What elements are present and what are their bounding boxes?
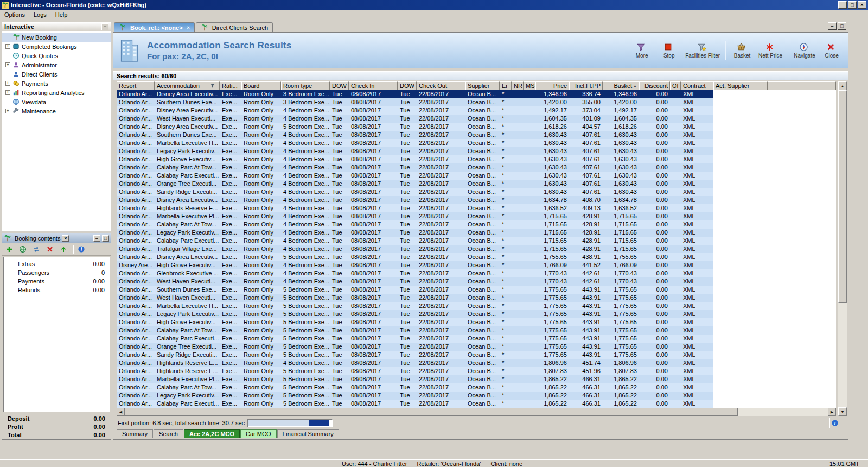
scroll-down-button[interactable]: ▼ [838, 407, 847, 416]
bottom-tab-search[interactable]: Search [154, 429, 183, 438]
column-header-ms[interactable]: MS [524, 81, 535, 90]
table-row[interactable]: Orlando Ar...Calabay Parc Executi...Exe.… [117, 335, 713, 343]
booking-contents-row[interactable]: Refunds0.00 [4, 286, 109, 294]
table-row[interactable]: Orlando Ar...Highlands Reserve E...Exe..… [117, 359, 713, 367]
sidebar-item-quick-quotes[interactable]: +Quick Quotes [2, 51, 111, 60]
bottom-tab-acc-2a-2c-mco[interactable]: Acc 2A,2C MCO [184, 429, 240, 438]
table-row[interactable]: Orlando Ar...Marbella Executive Pl...Exe… [117, 375, 713, 383]
mdi-minimize-button[interactable]: − [828, 22, 837, 30]
table-row[interactable]: Orlando Ar...Orange Tree Executi...Exe..… [117, 180, 713, 188]
swap-button[interactable] [33, 244, 42, 254]
tab-close-icon[interactable]: × [187, 25, 190, 30]
column-header-check-out[interactable]: Check Out [417, 81, 465, 90]
sidebar-item-payments[interactable]: +Payments [2, 79, 111, 88]
table-row[interactable]: Orlando Ar...Calabay Parc At Tow...Exe..… [117, 220, 713, 229]
table-row[interactable]: Orlando Ar...Legacy Park Executiv...Exe.… [117, 229, 713, 237]
stop-button[interactable]: Stop [658, 42, 680, 59]
booking-contents-minimize-button[interactable]: − [93, 235, 100, 242]
scroll-left-button[interactable]: ◀ [117, 408, 125, 416]
close-button[interactable]: × [858, 1, 866, 9]
horizontal-scrollbar[interactable]: ◀ ▶ [117, 408, 836, 416]
booking-contents-row[interactable]: Payments0.00 [4, 277, 109, 286]
sidebar-item-completed-bookings[interactable]: +Completed Bookings [2, 42, 111, 51]
tab-direct-clients-search[interactable]: Direct Clients Search [196, 22, 273, 32]
horizontal-scroll-thumb[interactable] [125, 408, 738, 416]
table-row[interactable]: Orlando Ar...Legacy Park Executiv...Exe.… [117, 310, 713, 318]
expand-icon[interactable]: + [5, 62, 10, 67]
table-row[interactable]: Orlando Ar...Disney Area Executiv...Exe.… [117, 123, 713, 131]
table-row[interactable]: Orlando Ar...Disney Area Executiv...Exe.… [117, 253, 713, 261]
bottom-tab-summary[interactable]: Summary [117, 429, 153, 438]
table-row[interactable]: Orlando Ar...Disney Area Executiv...Exe.… [117, 196, 713, 204]
table-row[interactable]: Orlando Ar...Trafalgar Village Exe...Exe… [117, 245, 713, 253]
column-header-basket[interactable]: Basket▲ [603, 81, 639, 90]
more-button[interactable]: More [631, 42, 653, 59]
column-header-incl-fl-pp[interactable]: Incl.Fl.PP [569, 81, 603, 90]
delete-button[interactable] [46, 244, 56, 254]
booking-contents-close-button[interactable]: × [62, 235, 69, 242]
table-row[interactable]: Orlando Ar...Marbella Executive Pl...Exe… [117, 212, 713, 220]
panel-collapse-button[interactable]: − [101, 23, 108, 30]
table-row[interactable]: Orlando Ar...Calabay Parc Executi...Exe.… [117, 400, 713, 408]
expand-icon[interactable]: + [5, 81, 10, 86]
table-row[interactable]: Orlando Ar...Disney Area Executiv...Exe.… [117, 90, 713, 98]
scroll-right-button[interactable]: ▶ [828, 408, 836, 416]
table-row[interactable]: Orlando Ar...Highlands Reserve E...Exe..… [117, 204, 713, 212]
table-row[interactable]: Orlando Ar...Disney Area Executiv...Exe.… [117, 106, 713, 115]
sidebar-item-direct-clients[interactable]: +Direct Clients [2, 70, 111, 79]
table-row[interactable]: Orlando Ar...High Grove Executiv...Exe..… [117, 155, 713, 163]
table-row[interactable]: Orlando Ar...Sandy Ridge Executi...Exe..… [117, 351, 713, 359]
table-row[interactable]: Orlando Ar...Sandy Ridge Executi...Exe..… [117, 188, 713, 196]
table-row[interactable]: Orlando Ar...Southern Dunes Exe...Exe...… [117, 131, 713, 139]
maximize-button[interactable]: □ [848, 1, 857, 9]
expand-icon[interactable]: + [5, 109, 10, 113]
column-header-of[interactable]: Of [670, 81, 681, 90]
column-header-board[interactable]: Board [241, 81, 281, 90]
menu-help[interactable]: Help [51, 10, 72, 19]
info-button[interactable]: i [78, 244, 87, 254]
column-header-check-in[interactable]: Check In [349, 81, 398, 90]
scroll-up-button[interactable]: ▲ [838, 81, 847, 90]
sidebar-item-viewdata[interactable]: +Viewdata [2, 97, 111, 106]
info-button[interactable]: i [829, 418, 840, 428]
world-button[interactable] [19, 244, 29, 254]
expand-icon[interactable]: + [5, 90, 10, 95]
table-row[interactable]: Orlando Ar...West Haven Executi...Exe...… [117, 115, 713, 123]
column-header-accommodation[interactable]: Accommodation [155, 81, 220, 90]
column-header-room-type[interactable]: Room type [281, 81, 330, 90]
sidebar-item-reporting-and-analytics[interactable]: +Reporting and Analytics [2, 88, 111, 97]
expand-icon[interactable]: + [5, 44, 10, 49]
table-row[interactable]: Orlando Ar...Highlands Reserve E...Exe..… [117, 367, 713, 375]
sidebar-item-administrator[interactable]: +Administrator [2, 60, 111, 70]
booking-contents-row[interactable]: Extras0.00 [4, 260, 109, 268]
table-row[interactable]: Orlando Ar...Glenbrook Executive ...Exe.… [117, 269, 713, 277]
booking-contents-restore-button[interactable]: □ [102, 235, 109, 242]
vertical-scroll-thumb[interactable] [838, 90, 847, 303]
promote-button[interactable] [60, 244, 69, 254]
table-row[interactable]: Orlando Ar...West Haven Executi...Exe...… [117, 277, 713, 286]
basket-button[interactable]: Basket [731, 42, 753, 59]
column-header-er[interactable]: Er [500, 81, 512, 90]
table-row[interactable]: Orlando Ar...Legacy Park Executiv...Exe.… [117, 392, 713, 400]
table-row[interactable]: Orlando Ar...West Haven Executi...Exe...… [117, 294, 713, 302]
column-header-dow[interactable]: DOW [330, 81, 349, 90]
column-header-discount[interactable]: Discount [639, 81, 670, 90]
column-header-dow[interactable]: DOW [398, 81, 417, 90]
add-button[interactable] [5, 244, 15, 254]
navigate-button[interactable]: Navigate [794, 42, 815, 59]
bottom-tab-financial-summary[interactable]: Financial Summary [277, 429, 339, 438]
vertical-scrollbar[interactable]: ▲ ▼ [838, 81, 847, 416]
close-button[interactable]: Close [821, 42, 843, 59]
column-header-resort[interactable]: Resort [117, 81, 155, 90]
mdi-restore-button[interactable]: □ [838, 22, 846, 30]
table-row[interactable]: Orlando Ar...Orange Tree Executi...Exe..… [117, 343, 713, 351]
table-row[interactable]: Orlando Ar...Calabay Parc At Tow...Exe..… [117, 163, 713, 172]
table-row[interactable]: Orlando Ar...Marbella Executive H...Exe.… [117, 139, 713, 147]
facilities-filter-button[interactable]: Facilities Filter [685, 42, 720, 59]
table-row[interactable]: Orlando Ar...Calabay Parc At Tow...Exe..… [117, 326, 713, 335]
booking-contents-row[interactable]: Passengers0 [4, 268, 109, 277]
column-header-act-supplier[interactable]: Act. Supplier [713, 81, 768, 90]
table-row[interactable]: Disney Are...High Grove Executiv...Exe..… [117, 261, 713, 269]
sidebar-item-new-booking[interactable]: +New Booking [2, 33, 111, 42]
tab-book-ref-none[interactable]: Book. ref.: <none>× [114, 22, 195, 32]
